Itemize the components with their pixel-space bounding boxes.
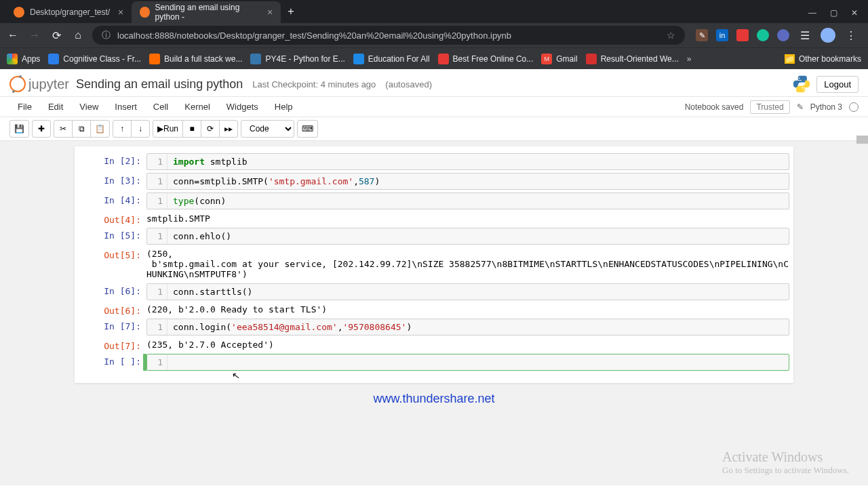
code-input[interactable]: 1 (146, 354, 789, 371)
paste-cell-button[interactable]: 📋 (90, 120, 110, 138)
extension-icon[interactable] (736, 29, 749, 41)
trusted-indicator[interactable]: Trusted (750, 100, 789, 114)
menu-file[interactable]: File (9, 99, 40, 115)
bookmarks-overflow[interactable]: » (687, 54, 692, 64)
notebook-title[interactable]: Sending an email using python (76, 77, 243, 92)
jupyter-orb-icon (9, 76, 26, 92)
edit-icon[interactable]: ✎ (797, 102, 804, 112)
minimize-icon[interactable]: — (808, 8, 816, 18)
code-text[interactable]: import smtplib (167, 154, 789, 169)
jupyter-logo[interactable]: jupyter (9, 76, 69, 92)
back-button[interactable]: ← (5, 29, 20, 41)
code-text[interactable]: conn.starttls() (167, 284, 789, 300)
logout-button[interactable]: Logout (816, 76, 859, 93)
code-text[interactable] (167, 354, 789, 370)
bookmark-star-icon[interactable]: ☆ (667, 30, 675, 41)
code-input[interactable]: 1conn.login('eea58514@gmail.com','957080… (146, 319, 789, 336)
browser-tab-1[interactable]: Sending an email using python - × (132, 1, 281, 23)
extension-icon[interactable] (777, 29, 789, 41)
other-bookmarks[interactable]: 📁Other bookmarks (785, 54, 861, 64)
notebook-container: In [2]:1import smtplibIn [3]:1conn=smtpl… (75, 146, 793, 383)
kebab-menu-icon[interactable]: ⋮ (844, 29, 859, 42)
bookmark-apps[interactable]: Apps (7, 54, 40, 64)
close-icon[interactable]: × (118, 7, 123, 18)
menu-help[interactable]: Help (267, 99, 301, 115)
code-cell[interactable]: In [7]:1conn.login('eea58514@gmail.com',… (79, 319, 789, 336)
reload-button[interactable]: ⟳ (49, 29, 64, 42)
move-down-button[interactable]: ↓ (131, 120, 150, 138)
code-cell[interactable]: In [5]:1conn.ehlo() (79, 228, 789, 245)
code-input[interactable]: 1conn.ehlo() (146, 228, 789, 245)
input-prompt: In [2]: (79, 153, 146, 170)
restart-button[interactable]: ⟳ (201, 120, 220, 138)
address-bar[interactable]: ⓘ localhost:8888/notebooks/Desktop/grang… (92, 26, 685, 45)
line-number: 1 (147, 319, 167, 335)
code-text[interactable]: type(conn) (167, 193, 789, 209)
line-number: 1 (147, 193, 167, 209)
save-button[interactable]: 💾 (9, 120, 29, 138)
extension-icon[interactable]: ✎ (696, 29, 708, 41)
bookmark-icon (353, 54, 364, 64)
code-cell[interactable]: In [4]:1type(conn) (79, 192, 789, 209)
code-cell[interactable]: In [3]:1conn=smtplib.SMTP('smtp.gmail.co… (79, 173, 789, 190)
notebook-scroll-area[interactable]: In [2]:1import smtplibIn [3]:1conn=smtpl… (0, 141, 868, 485)
cut-cell-button[interactable]: ✂ (54, 120, 73, 138)
insert-cell-button[interactable]: ✚ (32, 120, 51, 138)
restart-run-all-button[interactable]: ▸▸ (219, 120, 238, 138)
menu-widgets[interactable]: Widgets (218, 99, 267, 115)
apps-icon (7, 54, 18, 64)
reading-list-icon[interactable]: ☰ (797, 29, 812, 42)
scrollbar-thumb[interactable] (856, 136, 868, 144)
kernel-indicator-icon[interactable] (849, 102, 859, 112)
bookmark-item[interactable]: Best Free Online Co... (438, 54, 534, 64)
code-input[interactable]: 1conn.starttls() (146, 283, 789, 300)
menu-cell[interactable]: Cell (145, 99, 176, 115)
linkedin-icon[interactable]: in (716, 29, 728, 41)
bookmark-item[interactable]: Education For All (353, 54, 430, 64)
bookmark-gmail[interactable]: MGmail (541, 54, 577, 64)
move-up-button[interactable]: ↑ (113, 120, 132, 138)
output-text: (235, b'2.7.0 Accepted') (146, 338, 789, 351)
output-cell: Out[6]:(220, b'2.0.0 Ready to start TLS'… (79, 303, 789, 316)
command-palette-button[interactable]: ⌨ (297, 120, 318, 138)
code-text[interactable]: conn=smtplib.SMTP('smtp.gmail.com',587) (167, 174, 789, 189)
close-window-icon[interactable]: ✕ (851, 8, 858, 18)
output-text: smtplib.SMTP (146, 212, 789, 225)
tab-bar: Desktop/granger_test/ × Sending an email… (0, 0, 868, 23)
kernel-name[interactable]: Python 3 (810, 102, 842, 112)
watermark-text: www.thundershare.net (373, 392, 494, 406)
menu-kernel[interactable]: Kernel (176, 99, 218, 115)
code-input[interactable]: 1type(conn) (146, 192, 789, 209)
menu-view[interactable]: View (71, 99, 106, 115)
menu-insert[interactable]: Insert (106, 99, 145, 115)
grammarly-icon[interactable] (757, 29, 769, 41)
profile-avatar[interactable] (821, 28, 835, 43)
site-info-icon[interactable]: ⓘ (102, 29, 111, 41)
close-icon[interactable]: × (267, 7, 273, 18)
bookmark-item[interactable]: Cognitive Class - Fr... (48, 54, 141, 64)
code-cell[interactable]: In [2]:1import smtplib (79, 153, 789, 170)
code-text[interactable]: conn.login('eea58514@gmail.com','9570808… (167, 319, 789, 335)
code-text[interactable]: conn.ehlo() (167, 228, 789, 244)
code-input[interactable]: 1import smtplib (146, 153, 789, 170)
home-button[interactable]: ⌂ (71, 29, 85, 41)
code-cell[interactable]: In [ ]:1 (79, 354, 789, 371)
bookmark-item[interactable]: Result-Oriented We... (586, 54, 679, 64)
menu-edit[interactable]: Edit (40, 99, 71, 115)
line-number: 1 (147, 174, 167, 189)
line-number: 1 (147, 228, 167, 244)
run-button[interactable]: ▶ Run (153, 120, 183, 138)
bookmark-item[interactable]: PY4E - Python for E... (250, 54, 344, 64)
cell-type-select[interactable]: Code (241, 120, 294, 138)
output-prompt: Out[4]: (79, 212, 146, 225)
bookmark-item[interactable]: Build a full stack we... (149, 54, 242, 64)
copy-cell-button[interactable]: ⧉ (72, 120, 91, 138)
interrupt-button[interactable]: ■ (182, 120, 201, 138)
forward-button[interactable]: → (27, 29, 42, 41)
code-input[interactable]: 1conn=smtplib.SMTP('smtp.gmail.com',587) (146, 173, 789, 190)
bookmark-icon (149, 54, 160, 64)
code-cell[interactable]: In [6]:1conn.starttls() (79, 283, 789, 300)
maximize-icon[interactable]: ▢ (830, 8, 837, 18)
new-tab-button[interactable]: + (281, 5, 300, 18)
browser-tab-0[interactable]: Desktop/granger_test/ × (5, 1, 132, 23)
